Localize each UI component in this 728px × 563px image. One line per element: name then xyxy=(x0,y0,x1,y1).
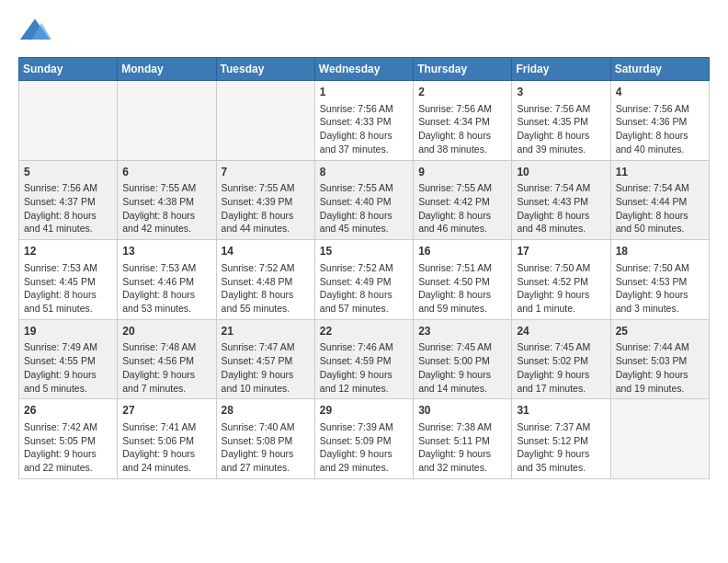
day-info-line: Sunrise: 7:55 AM xyxy=(222,181,310,195)
day-info-line: Sunset: 4:33 PM xyxy=(320,115,408,129)
day-info-line: and 44 minutes. xyxy=(222,222,310,236)
day-info-line: and 3 minutes. xyxy=(616,302,704,316)
day-info-line: Sunrise: 7:45 AM xyxy=(517,340,605,354)
day-number: 2 xyxy=(418,85,506,100)
day-info-line: Sunset: 4:49 PM xyxy=(320,275,408,289)
day-info-line: Sunrise: 7:37 AM xyxy=(517,420,605,434)
day-info-line: Sunrise: 7:55 AM xyxy=(320,181,408,195)
day-number: 9 xyxy=(418,165,506,180)
day-number: 22 xyxy=(320,324,408,339)
calendar-cell: 19Sunrise: 7:49 AMSunset: 4:55 PMDayligh… xyxy=(19,319,118,399)
day-info-line: Sunset: 4:42 PM xyxy=(418,195,506,209)
calendar-cell: 27Sunrise: 7:41 AMSunset: 5:06 PMDayligh… xyxy=(118,399,216,479)
day-number: 10 xyxy=(517,165,605,180)
day-info-line: and 45 minutes. xyxy=(320,222,408,236)
day-info-line: Daylight: 8 hours xyxy=(616,129,704,143)
day-info-line: Sunset: 4:50 PM xyxy=(418,275,506,289)
day-info-line: Sunset: 4:34 PM xyxy=(418,115,506,129)
calendar-cell: 7Sunrise: 7:55 AMSunset: 4:39 PMDaylight… xyxy=(216,160,314,240)
calendar-cell: 11Sunrise: 7:54 AMSunset: 4:44 PMDayligh… xyxy=(610,160,709,240)
day-info-line: Sunrise: 7:50 AM xyxy=(517,261,605,275)
day-info-line: and 5 minutes. xyxy=(24,382,112,396)
day-info-line: Sunset: 4:40 PM xyxy=(320,195,408,209)
day-number: 23 xyxy=(418,324,506,339)
day-info-line: Sunrise: 7:55 AM xyxy=(418,181,506,195)
day-info-line: Sunset: 4:37 PM xyxy=(24,195,112,209)
day-info-line: Daylight: 8 hours xyxy=(616,209,704,223)
day-info-line: Sunset: 4:43 PM xyxy=(517,195,605,209)
day-info-line: and 17 minutes. xyxy=(517,382,605,396)
calendar-cell: 5Sunrise: 7:56 AMSunset: 4:37 PMDaylight… xyxy=(19,160,118,240)
day-info-line: and 42 minutes. xyxy=(122,222,210,236)
calendar-cell xyxy=(19,81,118,161)
day-info-line: and 48 minutes. xyxy=(517,222,605,236)
calendar-week-row-1: 1Sunrise: 7:56 AMSunset: 4:33 PMDaylight… xyxy=(19,81,710,161)
day-number: 14 xyxy=(222,244,310,259)
day-number: 28 xyxy=(222,403,310,419)
day-info-line: Sunset: 4:39 PM xyxy=(222,195,310,209)
day-info-line: Sunrise: 7:42 AM xyxy=(24,420,112,434)
day-info-line: and 50 minutes. xyxy=(616,222,704,236)
day-info-line: Daylight: 8 hours xyxy=(320,288,408,302)
day-number: 8 xyxy=(320,165,408,180)
day-info-line: and 24 minutes. xyxy=(122,461,210,475)
calendar-cell: 3Sunrise: 7:56 AMSunset: 4:35 PMDaylight… xyxy=(512,81,610,161)
day-info-line: Sunset: 5:00 PM xyxy=(418,354,506,368)
calendar-cell: 13Sunrise: 7:53 AMSunset: 4:46 PMDayligh… xyxy=(118,240,216,320)
day-info-line: and 51 minutes. xyxy=(24,302,112,316)
day-info-line: Daylight: 9 hours xyxy=(616,368,704,382)
day-info-line: Daylight: 9 hours xyxy=(222,368,310,382)
day-info-line: Sunset: 4:59 PM xyxy=(320,354,408,368)
day-info-line: Sunset: 4:48 PM xyxy=(222,275,310,289)
calendar-cell: 23Sunrise: 7:45 AMSunset: 5:00 PMDayligh… xyxy=(414,319,512,399)
calendar-cell: 17Sunrise: 7:50 AMSunset: 4:52 PMDayligh… xyxy=(512,240,610,320)
day-info-line: Daylight: 8 hours xyxy=(222,288,310,302)
weekday-header-saturday: Saturday xyxy=(610,58,709,81)
day-info-line: Sunrise: 7:40 AM xyxy=(222,420,310,434)
day-number: 17 xyxy=(517,244,605,259)
day-number: 20 xyxy=(122,324,210,339)
day-number: 15 xyxy=(320,244,408,259)
day-info-line: Sunrise: 7:51 AM xyxy=(418,261,506,275)
calendar-week-row-3: 12Sunrise: 7:53 AMSunset: 4:45 PMDayligh… xyxy=(19,240,710,320)
day-info-line: Sunset: 4:57 PM xyxy=(222,354,310,368)
calendar-cell: 21Sunrise: 7:47 AMSunset: 4:57 PMDayligh… xyxy=(216,319,314,399)
calendar-cell: 31Sunrise: 7:37 AMSunset: 5:12 PMDayligh… xyxy=(512,399,610,479)
day-info-line: and 12 minutes. xyxy=(320,382,408,396)
day-info-line: Sunrise: 7:46 AM xyxy=(320,340,408,354)
calendar-cell: 6Sunrise: 7:55 AMSunset: 4:38 PMDaylight… xyxy=(118,160,216,240)
day-info-line: Sunset: 4:44 PM xyxy=(616,195,704,209)
weekday-header-friday: Friday xyxy=(512,58,610,81)
calendar-cell: 26Sunrise: 7:42 AMSunset: 5:05 PMDayligh… xyxy=(19,399,118,479)
day-info-line: Daylight: 9 hours xyxy=(320,368,408,382)
day-info-line: and 57 minutes. xyxy=(320,302,408,316)
calendar-cell: 18Sunrise: 7:50 AMSunset: 4:53 PMDayligh… xyxy=(610,240,709,320)
day-info-line: Sunrise: 7:50 AM xyxy=(616,261,704,275)
day-info-line: Sunrise: 7:41 AM xyxy=(122,420,210,434)
calendar-cell: 22Sunrise: 7:46 AMSunset: 4:59 PMDayligh… xyxy=(314,319,413,399)
day-info-line: Sunset: 4:38 PM xyxy=(122,195,210,209)
day-info-line: Daylight: 8 hours xyxy=(122,209,210,223)
day-number: 26 xyxy=(24,403,112,419)
day-info-line: Sunrise: 7:45 AM xyxy=(418,340,506,354)
day-info-line: Daylight: 9 hours xyxy=(122,368,210,382)
calendar-cell xyxy=(216,81,314,161)
day-number: 6 xyxy=(122,165,210,180)
day-info-line: and 55 minutes. xyxy=(222,302,310,316)
calendar-cell: 20Sunrise: 7:48 AMSunset: 4:56 PMDayligh… xyxy=(118,319,216,399)
day-number: 25 xyxy=(616,324,704,339)
day-info-line: and 29 minutes. xyxy=(320,461,408,475)
day-info-line: and 22 minutes. xyxy=(24,461,112,475)
day-number: 24 xyxy=(517,324,605,339)
calendar-cell: 12Sunrise: 7:53 AMSunset: 4:45 PMDayligh… xyxy=(19,240,118,320)
logo-icon xyxy=(18,15,51,48)
day-info-line: Sunrise: 7:52 AM xyxy=(320,261,408,275)
day-number: 5 xyxy=(24,165,112,180)
calendar-cell: 24Sunrise: 7:45 AMSunset: 5:02 PMDayligh… xyxy=(512,319,610,399)
day-info-line: Sunset: 5:02 PM xyxy=(517,354,605,368)
day-info-line: Sunset: 5:09 PM xyxy=(320,434,408,448)
day-info-line: Sunrise: 7:49 AM xyxy=(24,340,112,354)
day-info-line: Daylight: 8 hours xyxy=(24,209,112,223)
logo xyxy=(18,15,57,48)
day-number: 27 xyxy=(122,403,210,419)
